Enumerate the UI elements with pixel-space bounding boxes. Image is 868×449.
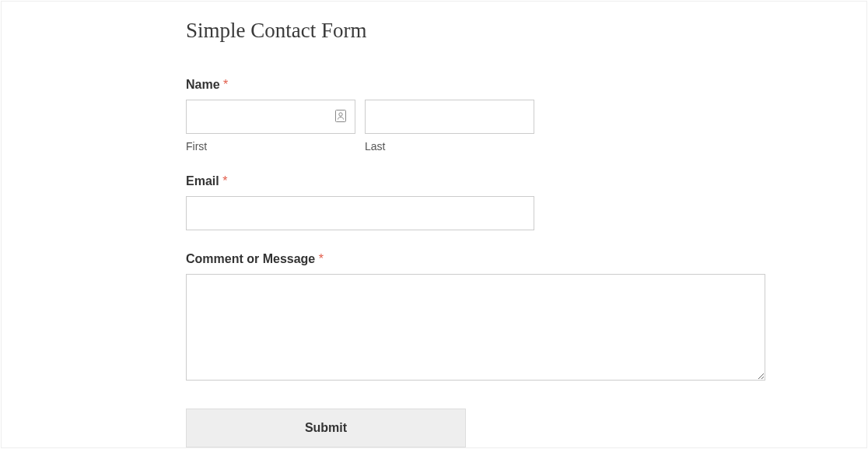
- submit-button[interactable]: Submit: [186, 409, 466, 447]
- name-required-mark: *: [223, 78, 228, 91]
- name-field-group: Name * First Las: [186, 78, 764, 153]
- message-label: Comment or Message *: [186, 252, 764, 266]
- email-field-group: Email *: [186, 174, 764, 230]
- message-required-mark: *: [319, 252, 324, 265]
- last-name-col: Last: [365, 100, 534, 153]
- form-title: Simple Contact Form: [186, 19, 764, 43]
- svg-point-1: [339, 113, 342, 116]
- form-container: Simple Contact Form Name * First: [1, 1, 867, 448]
- name-label-text: Name: [186, 78, 220, 91]
- message-field-group: Comment or Message *: [186, 252, 764, 384]
- message-input[interactable]: [186, 274, 765, 381]
- last-name-sublabel: Last: [365, 140, 534, 153]
- name-label: Name *: [186, 78, 764, 92]
- message-label-text: Comment or Message: [186, 252, 315, 265]
- contact-card-icon: [335, 110, 348, 124]
- first-name-input-wrap: [186, 100, 355, 134]
- email-label: Email *: [186, 174, 764, 188]
- last-name-input[interactable]: [365, 100, 534, 134]
- first-name-col: First: [186, 100, 355, 153]
- email-required-mark: *: [222, 174, 227, 188]
- name-row: First Last: [186, 100, 764, 153]
- email-label-text: Email: [186, 174, 219, 188]
- first-name-sublabel: First: [186, 140, 355, 153]
- first-name-input[interactable]: [186, 100, 355, 134]
- email-input[interactable]: [186, 196, 534, 230]
